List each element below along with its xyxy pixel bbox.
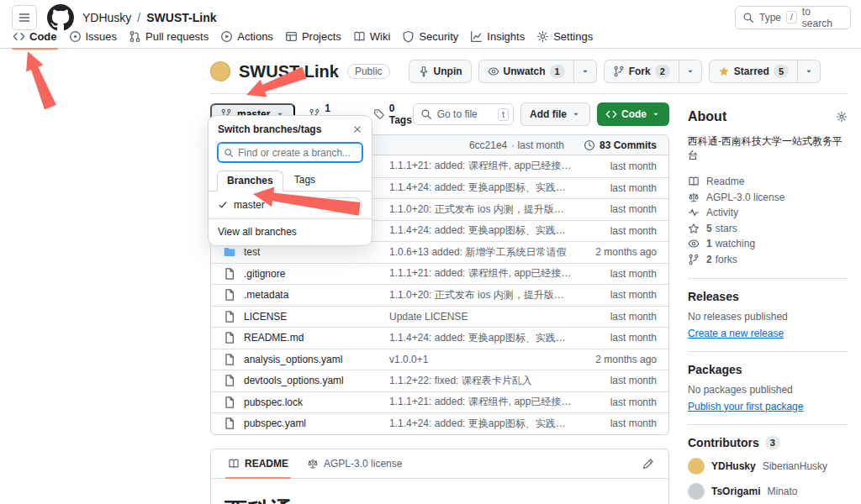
unwatch-button[interactable]: Unwatch1: [478, 60, 574, 83]
table-row[interactable]: pubspec.yaml1.1.4+24: added: 更换app图标、实践课…: [211, 412, 668, 434]
contributor-row[interactable]: YDHuskySiberianHusky: [688, 458, 848, 475]
file-name-link[interactable]: pubspec.yaml: [244, 417, 306, 429]
file-icon: [223, 374, 236, 387]
commit-message-link[interactable]: 1.1.0+20: 正式发布 ios 内测，提升版本为 1.1.0，修复 ios…: [389, 288, 583, 302]
chevron-down-icon: [580, 66, 590, 76]
sidebar-item-watching[interactable]: 1watching: [688, 236, 848, 252]
tab-tags[interactable]: Tags: [285, 171, 325, 191]
commit-message-link[interactable]: 1.1.2+22: fixed: 课程表卡片乱入: [389, 374, 583, 388]
commit-message-link[interactable]: 1.0.6+13 added: 新增学工系统日常请假: [389, 245, 583, 260]
table-row[interactable]: devtools_options.yaml1.1.2+22: fixed: 课程…: [211, 370, 668, 391]
publish-package-link[interactable]: Publish your first package: [688, 401, 803, 412]
book-icon: [228, 458, 240, 470]
file-name-link[interactable]: .gitignore: [244, 268, 285, 280]
file-name-link[interactable]: pubspec.lock: [244, 396, 303, 408]
add-file-button[interactable]: Add file: [520, 102, 590, 126]
tab-pull-requests[interactable]: Pull requests: [123, 27, 214, 49]
file-name-link[interactable]: .metadata: [244, 289, 288, 301]
tab-issues[interactable]: Issues: [63, 27, 124, 49]
tab-code[interactable]: Code: [7, 27, 63, 49]
starred-button[interactable]: Starred5: [709, 60, 798, 83]
commit-message-link[interactable]: 1.1.4+24: added: 更换app图标、实践课选课、课表刷新按钮 ..…: [389, 223, 583, 238]
branch-search-input[interactable]: [238, 147, 357, 159]
fork-button[interactable]: Fork2: [604, 60, 679, 83]
repo-owner-avatar[interactable]: [210, 61, 230, 81]
branch-item-master[interactable]: master default: [209, 192, 372, 219]
releases-empty-text: No releases published: [688, 311, 848, 323]
commit-message-link[interactable]: 1.1.4+24: added: 更换app图标、实践课选课、课表刷新按钮 ..…: [389, 417, 583, 431]
tab-branches[interactable]: Branches: [217, 171, 283, 192]
repo-header: SWUST-Link Public Unpin Unwatch1 Fork2 S…: [210, 49, 848, 94]
sidebar-item-activity[interactable]: Activity: [688, 205, 848, 221]
pin-icon: [418, 66, 430, 77]
commit-history-link[interactable]: 83 Commits: [584, 139, 657, 151]
packages-title[interactable]: Packages: [688, 363, 848, 376]
view-all-branches-link[interactable]: View all branches: [209, 219, 372, 245]
tab-security[interactable]: Security: [396, 27, 464, 49]
breadcrumb-repo-link[interactable]: SWUST-Link: [146, 11, 216, 24]
table-row[interactable]: LICENSEUpdate LICENSElast month: [211, 306, 668, 328]
commit-message-link[interactable]: 1.1.4+24: added: 更换app图标、实践课选课、课表刷新按钮 ..…: [389, 331, 583, 345]
star-button-group: Starred5: [709, 60, 821, 83]
releases-title[interactable]: Releases: [688, 290, 848, 303]
slash-keycap: /: [786, 11, 797, 24]
check-icon: [218, 200, 228, 210]
tab-license[interactable]: AGPL-3.0 license: [298, 449, 411, 478]
sidebar-item-license[interactable]: AGPL-3.0 license: [688, 189, 848, 205]
file-name-link[interactable]: analysis_options.yaml: [244, 354, 342, 365]
sidebar-item-stars[interactable]: 5stars: [688, 220, 848, 236]
file-name-link[interactable]: LICENSE: [244, 311, 287, 323]
tab-insights[interactable]: Insights: [464, 27, 531, 49]
fork-button-group: Fork2: [604, 60, 702, 83]
table-row[interactable]: .gitignore1.1.1+21: added: 课程组件, app已经接入…: [211, 263, 668, 285]
commit-message-link[interactable]: Update LICENSE: [389, 311, 583, 323]
commit-sha[interactable]: 6cc21e4: [469, 139, 507, 151]
tags-link[interactable]: 0 Tags: [373, 102, 413, 126]
create-release-link[interactable]: Create a new release: [688, 328, 784, 339]
close-icon[interactable]: [352, 124, 362, 134]
commit-message-link[interactable]: 1.1.1+21: added: 课程组件, app已经接入ipc备案 fixe…: [389, 395, 583, 409]
commit-age: last month: [583, 289, 657, 301]
file-name-link[interactable]: devtools_options.yaml: [244, 375, 344, 386]
sidebar-item-forks[interactable]: 2forks: [688, 251, 848, 267]
table-row[interactable]: README.md1.1.4+24: added: 更换app图标、实践课选课、…: [211, 327, 668, 349]
commit-message-link[interactable]: v1.0.0+1: [389, 354, 583, 365]
watch-dropdown-button[interactable]: [573, 60, 597, 83]
table-row[interactable]: .metadata1.1.0+20: 正式发布 ios 内测，提升版本为 1.1…: [211, 284, 668, 306]
edit-readme-button[interactable]: [636, 452, 661, 475]
contributor-row[interactable]: TsOrigamiMinato: [688, 483, 848, 500]
tab-wiki[interactable]: Wiki: [347, 27, 397, 49]
tab-projects[interactable]: Projects: [279, 27, 347, 49]
file-name-link[interactable]: test: [244, 246, 260, 258]
file-name-link[interactable]: README.md: [244, 332, 304, 344]
file-icon: [223, 267, 236, 281]
go-to-file-input[interactable]: Go to file t: [413, 103, 514, 125]
fork-dropdown-button[interactable]: [679, 60, 702, 83]
hamburger-menu-button[interactable]: [12, 5, 37, 30]
gear-icon[interactable]: [836, 111, 848, 123]
star-icon: [718, 66, 730, 77]
table-row[interactable]: analysis_options.yamlv1.0.0+12 months ag…: [211, 349, 668, 370]
default-badge: default: [320, 197, 362, 213]
contributors-title[interactable]: Contributors3: [688, 436, 848, 449]
commit-age: last month: [583, 375, 657, 386]
unpin-button[interactable]: Unpin: [409, 60, 472, 83]
star-dropdown-button[interactable]: [797, 60, 821, 83]
global-search-input[interactable]: Type / to search: [735, 6, 851, 29]
commit-age: 2 months ago: [583, 354, 657, 365]
tab-readme[interactable]: README: [219, 449, 298, 478]
breadcrumb-owner-link[interactable]: YDHusky: [82, 11, 131, 24]
commit-age: last month: [583, 182, 657, 194]
tab-settings[interactable]: Settings: [531, 27, 599, 49]
commit-message-link[interactable]: 1.1.4+24: added: 更换app图标、实践课选课、课表刷新按钮 ..…: [389, 181, 583, 195]
code-button[interactable]: Code: [597, 102, 669, 126]
tab-actions[interactable]: Actions: [214, 27, 279, 49]
commit-message-link[interactable]: 1.1.1+21: added: 课程组件, app已经接入ipc备案 fixe…: [389, 266, 583, 281]
commit-message-link[interactable]: 1.1.0+20: 正式发布 ios 内测，提升版本为 1.1.0，修复 ios…: [389, 202, 583, 217]
commit-message-link[interactable]: 1.1.1+21: added: 课程组件, app已经接入ipc备案 fixe…: [389, 159, 583, 173]
sidebar-item-readme[interactable]: Readme: [688, 174, 848, 190]
commit-age: last month: [583, 225, 657, 237]
table-row[interactable]: pubspec.lock1.1.1+21: added: 课程组件, app已经…: [211, 391, 668, 413]
about-title: About: [688, 109, 848, 124]
repo-title-link[interactable]: SWUST-Link: [239, 62, 339, 81]
